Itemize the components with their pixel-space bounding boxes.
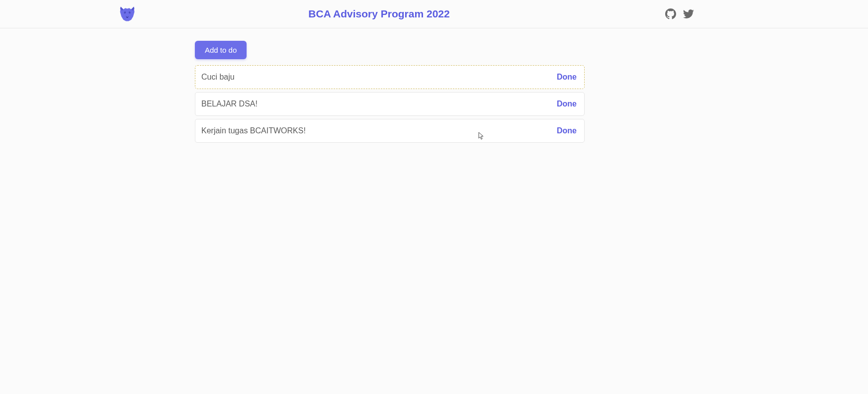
add-todo-button[interactable]: Add to do — [195, 41, 247, 59]
done-button[interactable]: Done — [557, 73, 577, 82]
header: BCA Advisory Program 2022 — [0, 0, 868, 28]
todo-item: BELAJAR DSA! Done — [195, 92, 585, 116]
todo-text: Kerjain tugas BCAITWORKS! — [201, 126, 306, 135]
twitter-icon[interactable] — [683, 8, 694, 19]
todo-text: BELAJAR DSA! — [201, 99, 258, 108]
todo-item: Kerjain tugas BCAITWORKS! Done — [195, 119, 585, 143]
page-title: BCA Advisory Program 2022 — [93, 8, 665, 20]
header-left: BCA Advisory Program 2022 — [30, 3, 665, 24]
todo-list: Cuci baju Done BELAJAR DSA! Done Kerjain… — [195, 65, 585, 143]
main-content: Add to do Cuci baju Done BELAJAR DSA! Do… — [0, 28, 868, 155]
todo-item: Cuci baju Done — [195, 65, 585, 89]
todo-container: Add to do Cuci baju Done BELAJAR DSA! Do… — [195, 41, 585, 143]
todo-text: Cuci baju — [201, 73, 235, 82]
done-button[interactable]: Done — [557, 126, 577, 135]
github-icon[interactable] — [665, 8, 676, 19]
done-button[interactable]: Done — [557, 99, 577, 108]
header-right — [665, 8, 694, 19]
